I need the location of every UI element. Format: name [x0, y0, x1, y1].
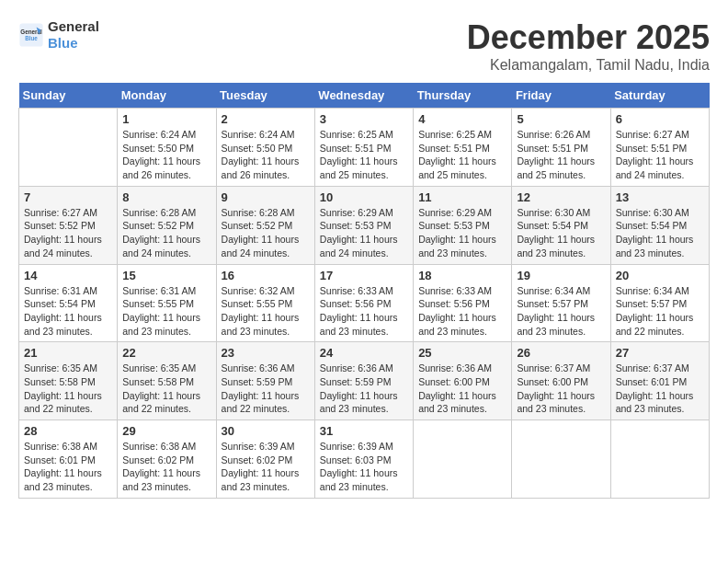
day-number: 16 [222, 269, 310, 282]
weekday-header-tuesday: Tuesday [216, 83, 314, 109]
calendar-cell: 8Sunrise: 6:28 AM Sunset: 5:52 PM Daylig… [118, 186, 216, 264]
day-number: 20 [616, 269, 704, 282]
weekday-header-row: SundayMondayTuesdayWednesdayThursdayFrid… [19, 83, 710, 109]
day-number: 17 [320, 269, 408, 282]
weekday-header-wednesday: Wednesday [314, 83, 413, 109]
day-info: Sunrise: 6:31 AM Sunset: 5:55 PM Dayligh… [122, 284, 210, 339]
calendar-cell: 28Sunrise: 6:38 AM Sunset: 6:01 PM Dayli… [19, 420, 118, 499]
day-number: 15 [122, 269, 210, 282]
calendar-cell: 15Sunrise: 6:31 AM Sunset: 5:55 PM Dayli… [118, 264, 216, 342]
day-info: Sunrise: 6:30 AM Sunset: 5:54 PM Dayligh… [616, 206, 704, 260]
day-info: Sunrise: 6:36 AM Sunset: 5:59 PM Dayligh… [320, 362, 408, 416]
calendar-cell: 9Sunrise: 6:28 AM Sunset: 5:52 PM Daylig… [216, 186, 314, 264]
calendar-cell [512, 420, 610, 499]
calendar-cell: 19Sunrise: 6:34 AM Sunset: 5:57 PM Dayli… [512, 264, 610, 342]
day-number: 10 [320, 190, 408, 204]
day-info: Sunrise: 6:36 AM Sunset: 6:00 PM Dayligh… [418, 362, 506, 416]
day-number: 6 [616, 112, 704, 126]
week-row-2: 7Sunrise: 6:27 AM Sunset: 5:52 PM Daylig… [19, 186, 710, 264]
day-number: 5 [517, 112, 605, 126]
calendar-cell: 23Sunrise: 6:36 AM Sunset: 5:59 PM Dayli… [216, 342, 314, 420]
day-info: Sunrise: 6:30 AM Sunset: 5:54 PM Dayligh… [517, 206, 605, 260]
calendar-cell [610, 420, 709, 499]
calendar-cell: 2Sunrise: 6:24 AM Sunset: 5:50 PM Daylig… [216, 109, 314, 187]
calendar-cell: 3Sunrise: 6:25 AM Sunset: 5:51 PM Daylig… [314, 109, 413, 187]
logo: General Blue General Blue [18, 18, 99, 52]
day-number: 29 [122, 424, 210, 438]
day-info: Sunrise: 6:37 AM Sunset: 6:00 PM Dayligh… [517, 362, 605, 416]
day-number: 11 [418, 190, 506, 204]
calendar-cell: 4Sunrise: 6:25 AM Sunset: 5:51 PM Daylig… [414, 109, 512, 187]
day-info: Sunrise: 6:28 AM Sunset: 5:52 PM Dayligh… [222, 206, 310, 260]
day-info: Sunrise: 6:27 AM Sunset: 5:51 PM Dayligh… [616, 128, 704, 182]
day-number: 21 [24, 346, 112, 360]
calendar-cell: 7Sunrise: 6:27 AM Sunset: 5:52 PM Daylig… [19, 186, 118, 264]
page-header: General Blue General Blue December 2025 … [18, 18, 710, 74]
day-number: 30 [222, 424, 310, 438]
calendar-cell: 30Sunrise: 6:39 AM Sunset: 6:02 PM Dayli… [216, 420, 314, 499]
weekday-header-saturday: Saturday [610, 83, 709, 109]
day-number: 18 [418, 269, 506, 282]
calendar-cell [19, 109, 118, 187]
calendar-cell [414, 420, 512, 499]
day-info: Sunrise: 6:24 AM Sunset: 5:50 PM Dayligh… [122, 128, 210, 182]
day-info: Sunrise: 6:39 AM Sunset: 6:02 PM Dayligh… [222, 440, 310, 494]
day-number: 2 [222, 112, 310, 126]
day-number: 14 [24, 269, 112, 282]
day-info: Sunrise: 6:34 AM Sunset: 5:57 PM Dayligh… [517, 284, 605, 339]
day-info: Sunrise: 6:37 AM Sunset: 6:01 PM Dayligh… [616, 362, 704, 416]
day-info: Sunrise: 6:29 AM Sunset: 5:53 PM Dayligh… [320, 206, 408, 260]
day-number: 19 [517, 269, 605, 282]
day-number: 3 [320, 112, 408, 126]
day-info: Sunrise: 6:35 AM Sunset: 5:58 PM Dayligh… [122, 362, 210, 416]
calendar-table: SundayMondayTuesdayWednesdayThursdayFrid… [18, 83, 710, 499]
day-number: 13 [616, 190, 704, 204]
day-number: 28 [24, 424, 112, 438]
day-info: Sunrise: 6:31 AM Sunset: 5:54 PM Dayligh… [24, 284, 112, 339]
week-row-5: 28Sunrise: 6:38 AM Sunset: 6:01 PM Dayli… [19, 420, 710, 499]
calendar-cell: 10Sunrise: 6:29 AM Sunset: 5:53 PM Dayli… [314, 186, 413, 264]
day-info: Sunrise: 6:25 AM Sunset: 5:51 PM Dayligh… [320, 128, 408, 182]
calendar-cell: 18Sunrise: 6:33 AM Sunset: 5:56 PM Dayli… [414, 264, 512, 342]
day-number: 9 [222, 190, 310, 204]
day-info: Sunrise: 6:34 AM Sunset: 5:57 PM Dayligh… [616, 284, 704, 339]
calendar-cell: 24Sunrise: 6:36 AM Sunset: 5:59 PM Dayli… [314, 342, 413, 420]
day-info: Sunrise: 6:32 AM Sunset: 5:55 PM Dayligh… [222, 284, 310, 339]
weekday-header-friday: Friday [512, 83, 610, 109]
day-number: 1 [122, 112, 210, 126]
day-info: Sunrise: 6:25 AM Sunset: 5:51 PM Dayligh… [418, 128, 506, 182]
title-block: December 2025 Kelamangalam, Tamil Nadu, … [467, 18, 710, 74]
calendar-cell: 27Sunrise: 6:37 AM Sunset: 6:01 PM Dayli… [610, 342, 709, 420]
day-info: Sunrise: 6:26 AM Sunset: 5:51 PM Dayligh… [517, 128, 605, 182]
day-number: 25 [418, 346, 506, 360]
day-number: 7 [24, 190, 112, 204]
calendar-cell: 13Sunrise: 6:30 AM Sunset: 5:54 PM Dayli… [610, 186, 709, 264]
day-info: Sunrise: 6:29 AM Sunset: 5:53 PM Dayligh… [418, 206, 506, 260]
day-number: 27 [616, 346, 704, 360]
day-info: Sunrise: 6:28 AM Sunset: 5:52 PM Dayligh… [122, 206, 210, 260]
svg-text:Blue: Blue [25, 35, 38, 41]
logo-text-general: General [48, 18, 99, 35]
day-number: 26 [517, 346, 605, 360]
day-info: Sunrise: 6:38 AM Sunset: 6:01 PM Dayligh… [24, 440, 112, 494]
logo-text-blue: Blue [48, 35, 99, 52]
calendar-cell: 31Sunrise: 6:39 AM Sunset: 6:03 PM Dayli… [314, 420, 413, 499]
calendar-cell: 25Sunrise: 6:36 AM Sunset: 6:00 PM Dayli… [414, 342, 512, 420]
calendar-cell: 16Sunrise: 6:32 AM Sunset: 5:55 PM Dayli… [216, 264, 314, 342]
month-title: December 2025 [467, 18, 710, 57]
week-row-3: 14Sunrise: 6:31 AM Sunset: 5:54 PM Dayli… [19, 264, 710, 342]
week-row-4: 21Sunrise: 6:35 AM Sunset: 5:58 PM Dayli… [19, 342, 710, 420]
weekday-header-monday: Monday [118, 83, 216, 109]
calendar-cell: 20Sunrise: 6:34 AM Sunset: 5:57 PM Dayli… [610, 264, 709, 342]
day-number: 8 [122, 190, 210, 204]
calendar-cell: 26Sunrise: 6:37 AM Sunset: 6:00 PM Dayli… [512, 342, 610, 420]
calendar-cell: 11Sunrise: 6:29 AM Sunset: 5:53 PM Dayli… [414, 186, 512, 264]
calendar-cell: 6Sunrise: 6:27 AM Sunset: 5:51 PM Daylig… [610, 109, 709, 187]
calendar-cell: 12Sunrise: 6:30 AM Sunset: 5:54 PM Dayli… [512, 186, 610, 264]
day-number: 12 [517, 190, 605, 204]
day-info: Sunrise: 6:35 AM Sunset: 5:58 PM Dayligh… [24, 362, 112, 416]
calendar-cell: 17Sunrise: 6:33 AM Sunset: 5:56 PM Dayli… [314, 264, 413, 342]
calendar-cell: 21Sunrise: 6:35 AM Sunset: 5:58 PM Dayli… [19, 342, 118, 420]
calendar-cell: 29Sunrise: 6:38 AM Sunset: 6:02 PM Dayli… [118, 420, 216, 499]
calendar-cell: 1Sunrise: 6:24 AM Sunset: 5:50 PM Daylig… [118, 109, 216, 187]
